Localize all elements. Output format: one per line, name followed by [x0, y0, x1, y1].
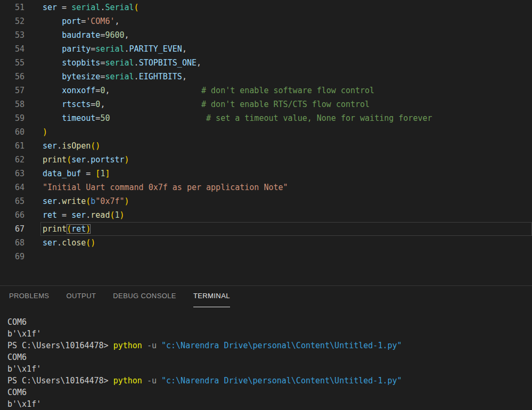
code-token: stopbits: [62, 58, 100, 68]
code-token: close: [62, 238, 86, 248]
code-line[interactable]: 69: [0, 250, 532, 264]
code-token: ret: [43, 210, 57, 220]
terminal-token: PS C:\Users\10164478>: [7, 376, 113, 386]
code-token: .: [125, 44, 129, 54]
line-number[interactable]: 54: [0, 42, 24, 56]
code-text: "Initial Uart command 0x7f as per applic…: [24, 181, 288, 194]
code-line[interactable]: 62print(ser.portstr): [0, 153, 532, 167]
terminal-line: COM6: [7, 316, 532, 328]
code-token: print: [43, 224, 67, 234]
code-line[interactable]: 52 port='COM6',: [0, 14, 532, 28]
code-token: 1: [114, 210, 119, 220]
terminal-line: PS C:\Users\10164478> python -u "c:\Nare…: [7, 375, 532, 387]
line-number[interactable]: 69: [0, 250, 24, 264]
line-number[interactable]: 67: [0, 222, 24, 236]
code-token: (: [67, 224, 71, 234]
code-token: ,: [114, 17, 119, 26]
code-token: port: [62, 17, 81, 26]
code-token: .: [86, 210, 91, 220]
line-number[interactable]: 64: [0, 181, 24, 194]
terminal-token: [157, 341, 161, 350]
panel-tab-terminal[interactable]: TERMINAL: [193, 292, 230, 307]
code-text: timeout=50 # set a timeout value, None f…: [24, 111, 432, 125]
code-token: [43, 44, 62, 54]
vscode-window: 51ser = serial.Serial(52 port='COM6',53 …: [0, 0, 532, 410]
code-line[interactable]: 53 baudrate=9600,: [0, 28, 532, 42]
code-line[interactable]: 63data_buf = [1]: [0, 167, 532, 181]
terminal-line: COM6: [7, 387, 532, 398]
code-line[interactable]: 65ser.write(b"0x7f"): [0, 194, 532, 208]
code-token: ): [43, 127, 47, 137]
code-token: parity: [62, 44, 91, 54]
code-text: port='COM6',: [24, 14, 120, 28]
terminal-token: -u: [147, 376, 157, 386]
line-number[interactable]: 68: [0, 236, 24, 250]
code-line[interactable]: 64"Initial Uart command 0x7f as per appl…: [0, 181, 532, 194]
line-number[interactable]: 55: [0, 56, 24, 70]
code-token: .: [57, 141, 62, 151]
code-token: .: [86, 155, 91, 165]
line-number[interactable]: 58: [0, 97, 24, 111]
code-line[interactable]: 56 bytesize=serial.EIGHTBITS,: [0, 70, 532, 84]
code-line[interactable]: 54 parity=serial.PARITY_EVEN,: [0, 42, 532, 56]
code-token: # don't enable software flow control: [201, 86, 374, 95]
code-token: =: [91, 44, 95, 54]
code-line[interactable]: 57 xonxoff=0, # don't enable software fl…: [0, 84, 532, 97]
code-token: =: [57, 3, 71, 12]
code-token: EIGHTBITS: [139, 72, 182, 81]
code-token: serial: [105, 58, 134, 68]
line-number[interactable]: 65: [0, 194, 24, 208]
terminal-output[interactable]: COM6b'\x1f'PS C:\Users\10164478> python …: [0, 307, 532, 410]
line-number[interactable]: 59: [0, 111, 24, 125]
line-number[interactable]: 53: [0, 28, 24, 42]
code-token: # set a timeout value, None for waiting …: [206, 113, 432, 123]
terminal-line: b'\x1f': [7, 398, 532, 410]
terminal-token: -u: [147, 341, 157, 350]
code-token: timeout: [62, 113, 95, 123]
panel-tab-debug-console[interactable]: DEBUG CONSOLE: [113, 292, 176, 307]
code-text: print(ser.portstr): [24, 153, 129, 167]
panel-tab-output[interactable]: OUTPUT: [66, 292, 96, 307]
code-editor[interactable]: 51ser = serial.Serial(52 port='COM6',53 …: [0, 0, 532, 285]
terminal-token: [142, 341, 147, 350]
code-token: ser: [43, 141, 57, 151]
code-token: print: [43, 155, 67, 165]
code-line[interactable]: 67print(ret): [0, 222, 532, 236]
code-line[interactable]: 68ser.close(): [0, 236, 532, 250]
line-number[interactable]: 52: [0, 14, 24, 28]
code-token: ,: [125, 30, 129, 40]
code-token: ,: [182, 44, 187, 54]
line-number[interactable]: 66: [0, 208, 24, 222]
line-number[interactable]: 56: [0, 70, 24, 84]
code-token: ): [125, 196, 129, 206]
panel-tab-problems[interactable]: PROBLEMS: [9, 292, 49, 307]
terminal-token: COM6: [7, 317, 27, 327]
code-line[interactable]: 51ser = serial.Serial(: [0, 1, 532, 14]
code-line[interactable]: 58 rtscts=0, # don't enable RTS/CTS flow…: [0, 97, 532, 111]
code-token: ser: [43, 3, 57, 12]
terminal-token: b'\x1f': [7, 329, 41, 339]
code-line[interactable]: 55 stopbits=serial.STOPBITS_ONE,: [0, 56, 532, 70]
code-token: b: [91, 196, 95, 206]
code-line[interactable]: 61ser.isOpen(): [0, 139, 532, 153]
code-token: (: [86, 196, 91, 206]
code-token: ): [86, 224, 91, 234]
line-number[interactable]: 62: [0, 153, 24, 167]
code-token: [43, 58, 62, 68]
code-token: (): [91, 141, 100, 151]
terminal-token: python: [113, 341, 142, 350]
code-token: portstr: [91, 155, 124, 165]
code-token: serial: [71, 3, 100, 12]
terminal-token: COM6: [7, 352, 27, 362]
code-line[interactable]: 66ret = ser.read(1): [0, 208, 532, 222]
line-number[interactable]: 51: [0, 1, 24, 14]
code-line[interactable]: 60): [0, 125, 532, 139]
line-number[interactable]: 57: [0, 84, 24, 97]
code-text: ): [24, 125, 47, 139]
code-text: stopbits=serial.STOPBITS_ONE,: [24, 56, 201, 70]
line-number[interactable]: 61: [0, 139, 24, 153]
line-number[interactable]: 60: [0, 125, 24, 139]
line-number[interactable]: 63: [0, 167, 24, 181]
code-token: ): [125, 155, 129, 165]
code-line[interactable]: 59 timeout=50 # set a timeout value, Non…: [0, 111, 532, 125]
